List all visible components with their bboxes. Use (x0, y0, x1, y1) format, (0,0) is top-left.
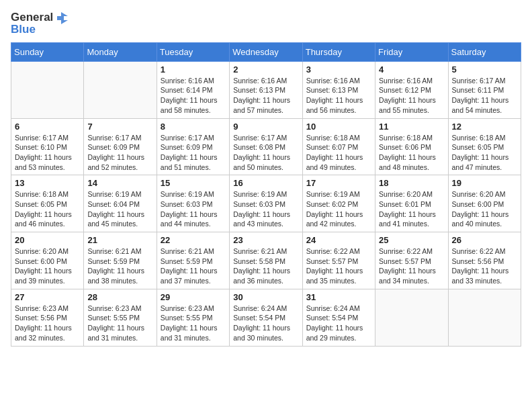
calendar-day-cell: 1Sunrise: 6:16 AMSunset: 6:14 PMDaylight… (157, 61, 229, 118)
day-number: 18 (379, 178, 444, 188)
calendar-day-cell: 16Sunrise: 6:19 AMSunset: 6:03 PMDayligh… (230, 175, 302, 232)
day-info: Sunrise: 6:20 AMSunset: 6:01 PMDaylight:… (379, 189, 444, 229)
day-info: Sunrise: 6:21 AMSunset: 5:59 PMDaylight:… (87, 246, 152, 286)
calendar-day-cell: 17Sunrise: 6:19 AMSunset: 6:02 PMDayligh… (302, 175, 375, 232)
calendar-day-cell: 10Sunrise: 6:18 AMSunset: 6:07 PMDayligh… (302, 118, 375, 175)
day-number: 24 (306, 235, 371, 245)
calendar-day-cell: 28Sunrise: 6:23 AMSunset: 5:55 PMDayligh… (84, 289, 157, 346)
calendar-day-cell: 29Sunrise: 6:23 AMSunset: 5:55 PMDayligh… (157, 289, 229, 346)
day-number: 7 (87, 122, 152, 132)
calendar-day-cell: 3Sunrise: 6:16 AMSunset: 6:13 PMDaylight… (302, 61, 375, 118)
day-info: Sunrise: 6:22 AMSunset: 5:57 PMDaylight:… (306, 246, 371, 286)
day-info: Sunrise: 6:23 AMSunset: 5:55 PMDaylight:… (87, 304, 152, 343)
calendar-week-row: 27Sunrise: 6:23 AMSunset: 5:56 PMDayligh… (11, 289, 521, 346)
calendar-day-cell (84, 61, 157, 118)
weekday-header-thursday: Thursday (302, 42, 375, 61)
logo-bird-icon (54, 11, 68, 24)
day-number: 31 (306, 292, 371, 302)
day-number: 26 (452, 235, 517, 245)
calendar-day-cell: 11Sunrise: 6:18 AMSunset: 6:06 PMDayligh… (375, 118, 448, 175)
weekday-header-wednesday: Wednesday (230, 42, 302, 61)
day-info: Sunrise: 6:24 AMSunset: 5:54 PMDaylight:… (233, 304, 298, 343)
day-number: 3 (306, 64, 371, 75)
day-info: Sunrise: 6:24 AMSunset: 5:54 PMDaylight:… (306, 304, 371, 343)
day-info: Sunrise: 6:19 AMSunset: 6:02 PMDaylight:… (306, 189, 371, 229)
day-number: 1 (161, 64, 226, 75)
day-number: 22 (161, 235, 226, 245)
day-number: 27 (15, 292, 80, 302)
weekday-header-row: SundayMondayTuesdayWednesdayThursdayFrid… (11, 42, 521, 61)
day-number: 25 (379, 235, 444, 245)
day-info: Sunrise: 6:18 AMSunset: 6:05 PMDaylight:… (15, 189, 80, 229)
day-number: 13 (15, 178, 80, 188)
day-info: Sunrise: 6:22 AMSunset: 5:57 PMDaylight:… (379, 246, 444, 286)
day-number: 15 (161, 178, 226, 188)
day-info: Sunrise: 6:21 AMSunset: 5:58 PMDaylight:… (233, 246, 298, 286)
day-number: 5 (452, 64, 517, 75)
weekday-header-sunday: Sunday (11, 42, 84, 61)
calendar-day-cell (375, 289, 448, 346)
day-number: 6 (15, 122, 80, 132)
day-number: 12 (452, 122, 517, 132)
day-number: 9 (233, 122, 298, 132)
day-number: 16 (233, 178, 298, 188)
calendar-day-cell: 31Sunrise: 6:24 AMSunset: 5:54 PMDayligh… (302, 289, 375, 346)
day-number: 14 (87, 178, 152, 188)
day-number: 2 (233, 64, 298, 75)
day-info: Sunrise: 6:18 AMSunset: 6:05 PMDaylight:… (452, 133, 517, 173)
calendar-day-cell: 26Sunrise: 6:22 AMSunset: 5:56 PMDayligh… (448, 232, 521, 289)
logo-general: General (11, 11, 53, 24)
day-info: Sunrise: 6:17 AMSunset: 6:08 PMDaylight:… (233, 133, 298, 173)
day-number: 29 (161, 292, 226, 302)
day-info: Sunrise: 6:19 AMSunset: 6:03 PMDaylight:… (233, 189, 298, 229)
day-number: 20 (15, 235, 80, 245)
day-number: 4 (379, 64, 444, 75)
calendar-day-cell: 14Sunrise: 6:19 AMSunset: 6:04 PMDayligh… (84, 175, 157, 232)
calendar-week-row: 20Sunrise: 6:20 AMSunset: 6:00 PMDayligh… (11, 232, 521, 289)
logo: General Blue (11, 11, 68, 37)
calendar-week-row: 6Sunrise: 6:17 AMSunset: 6:10 PMDaylight… (11, 118, 521, 175)
weekday-header-saturday: Saturday (448, 42, 521, 61)
calendar-day-cell: 20Sunrise: 6:20 AMSunset: 6:00 PMDayligh… (11, 232, 84, 289)
weekday-header-monday: Monday (84, 42, 157, 61)
calendar-day-cell: 21Sunrise: 6:21 AMSunset: 5:59 PMDayligh… (84, 232, 157, 289)
calendar-day-cell: 19Sunrise: 6:20 AMSunset: 6:00 PMDayligh… (448, 175, 521, 232)
weekday-header-tuesday: Tuesday (157, 42, 229, 61)
calendar-day-cell: 13Sunrise: 6:18 AMSunset: 6:05 PMDayligh… (11, 175, 84, 232)
calendar-day-cell: 7Sunrise: 6:17 AMSunset: 6:09 PMDaylight… (84, 118, 157, 175)
calendar-day-cell: 30Sunrise: 6:24 AMSunset: 5:54 PMDayligh… (230, 289, 302, 346)
day-info: Sunrise: 6:18 AMSunset: 6:07 PMDaylight:… (306, 133, 371, 173)
day-info: Sunrise: 6:22 AMSunset: 5:56 PMDaylight:… (452, 246, 517, 286)
day-number: 17 (306, 178, 371, 188)
day-info: Sunrise: 6:16 AMSunset: 6:14 PMDaylight:… (161, 76, 226, 116)
day-info: Sunrise: 6:17 AMSunset: 6:11 PMDaylight:… (452, 76, 517, 116)
day-info: Sunrise: 6:19 AMSunset: 6:03 PMDaylight:… (161, 189, 226, 229)
calendar-day-cell: 15Sunrise: 6:19 AMSunset: 6:03 PMDayligh… (157, 175, 229, 232)
weekday-header-friday: Friday (375, 42, 448, 61)
day-info: Sunrise: 6:16 AMSunset: 6:13 PMDaylight:… (233, 76, 298, 116)
day-info: Sunrise: 6:16 AMSunset: 6:12 PMDaylight:… (379, 76, 444, 116)
day-number: 8 (161, 122, 226, 132)
calendar-day-cell: 25Sunrise: 6:22 AMSunset: 5:57 PMDayligh… (375, 232, 448, 289)
day-info: Sunrise: 6:17 AMSunset: 6:09 PMDaylight:… (87, 133, 152, 173)
day-number: 10 (306, 122, 371, 132)
day-number: 11 (379, 122, 444, 132)
day-number: 23 (233, 235, 298, 245)
day-info: Sunrise: 6:17 AMSunset: 6:09 PMDaylight:… (161, 133, 226, 173)
day-number: 19 (452, 178, 517, 188)
calendar-day-cell: 6Sunrise: 6:17 AMSunset: 6:10 PMDaylight… (11, 118, 84, 175)
calendar-day-cell (448, 289, 521, 346)
day-info: Sunrise: 6:23 AMSunset: 5:55 PMDaylight:… (161, 304, 226, 343)
calendar-week-row: 13Sunrise: 6:18 AMSunset: 6:05 PMDayligh… (11, 175, 521, 232)
calendar-day-cell: 12Sunrise: 6:18 AMSunset: 6:05 PMDayligh… (448, 118, 521, 175)
day-info: Sunrise: 6:16 AMSunset: 6:13 PMDaylight:… (306, 76, 371, 116)
calendar-day-cell: 23Sunrise: 6:21 AMSunset: 5:58 PMDayligh… (230, 232, 302, 289)
day-info: Sunrise: 6:20 AMSunset: 6:00 PMDaylight:… (452, 189, 517, 229)
page-header: General Blue (11, 11, 521, 37)
calendar-table: SundayMondayTuesdayWednesdayThursdayFrid… (11, 42, 521, 347)
calendar-day-cell: 22Sunrise: 6:21 AMSunset: 5:59 PMDayligh… (157, 232, 229, 289)
calendar-day-cell: 4Sunrise: 6:16 AMSunset: 6:12 PMDaylight… (375, 61, 448, 118)
calendar-week-row: 1Sunrise: 6:16 AMSunset: 6:14 PMDaylight… (11, 61, 521, 118)
day-number: 30 (233, 292, 298, 302)
calendar-day-cell: 27Sunrise: 6:23 AMSunset: 5:56 PMDayligh… (11, 289, 84, 346)
